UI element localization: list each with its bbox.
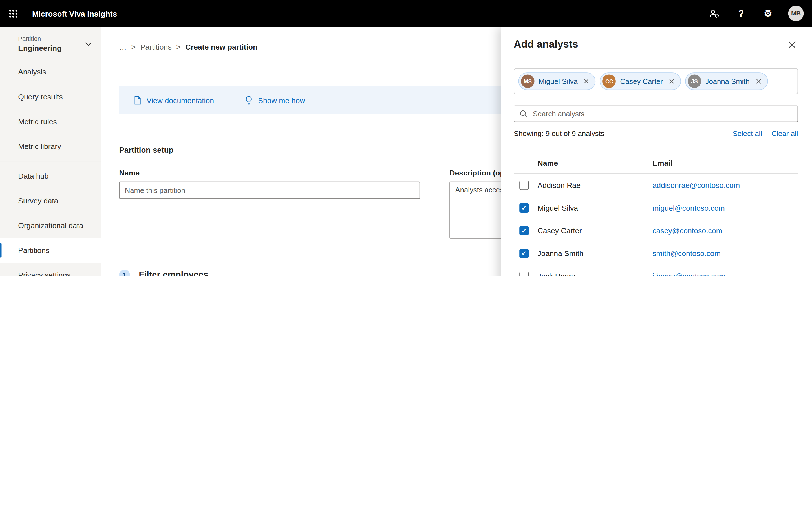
app-launcher-button[interactable] [0, 0, 26, 27]
sidebar-item-query-results[interactable]: Query results [0, 84, 101, 109]
sidebar-item-survey-data[interactable]: Survey data [0, 188, 101, 213]
table-row: Jack Henry j.henry@contoso.com [514, 265, 798, 276]
email-link[interactable]: casey@contoso.com [652, 226, 798, 235]
breadcrumb-separator: > [132, 43, 136, 51]
document-icon [134, 96, 142, 105]
clear-all-link[interactable]: Clear all [771, 129, 798, 137]
help-button[interactable]: ? [734, 7, 748, 20]
email-column-header: Email [652, 159, 798, 167]
account-avatar[interactable]: MB [788, 6, 804, 21]
table-row: Casey Carter casey@contoso.com [514, 219, 798, 242]
analysts-table: Name Email Addison Rae addisonrae@contos… [514, 152, 798, 276]
waffle-icon [8, 9, 17, 18]
name-column-header: Name [538, 159, 653, 167]
sidebar-item-privacy-settings[interactable]: Privacy settings [0, 263, 101, 276]
show-me-how-link[interactable]: Show me how [245, 96, 305, 105]
search-analysts-box [514, 106, 798, 122]
avatar: CC [603, 74, 616, 88]
close-panel-button[interactable] [785, 38, 798, 51]
email-link[interactable]: smith@contoso.com [652, 249, 798, 258]
avatar: MS [521, 74, 535, 88]
topbar-actions: ? ⚙ MB [707, 6, 812, 21]
lightbulb-icon [245, 96, 253, 105]
app-title: Microsoft Viva Insights [32, 9, 117, 18]
analyst-chip: CC Casey Carter [600, 72, 681, 90]
close-icon [788, 41, 796, 48]
chevron-down-icon [85, 42, 92, 46]
step-number-badge: 1 [119, 270, 130, 276]
sidebar-item-partitions[interactable]: Partitions [0, 238, 101, 263]
partition-selector[interactable]: Partition Engineering [0, 27, 101, 60]
viva-insights-app: Microsoft Viva Insights ? ⚙ MB [0, 0, 812, 276]
sidebar-item-data-hub[interactable]: Data hub [0, 163, 101, 188]
showing-count: Showing: 9 out of 9 analysts [514, 129, 605, 137]
checkbox[interactable] [519, 180, 529, 190]
table-row: Miguel Silva miguel@contoso.com [514, 196, 798, 219]
breadcrumb-partitions[interactable]: Partitions [140, 43, 172, 51]
analyst-chip: JS Joanna Smith [685, 72, 768, 90]
avatar: JS [688, 74, 701, 88]
checkbox[interactable] [519, 203, 529, 213]
topbar: Microsoft Viva Insights ? ⚙ MB [0, 0, 812, 27]
close-icon [669, 78, 674, 83]
sidebar-divider [0, 161, 101, 161]
close-icon [584, 78, 589, 83]
sidebar-item-organizational-data[interactable]: Organizational data [0, 213, 101, 238]
settings-button[interactable]: ⚙ [761, 7, 775, 20]
partition-selector-value: Engineering [18, 44, 61, 52]
partition-name-input[interactable] [119, 182, 420, 199]
breadcrumb-separator: > [176, 43, 181, 51]
close-icon [756, 78, 761, 83]
help-icon: ? [738, 8, 744, 19]
partition-selector-label: Partition [18, 35, 61, 43]
add-analysts-panel: Add analysts MS Miguel Silva CC Casey Ca [501, 27, 812, 276]
sidebar: Partition Engineering Analysis Query res… [0, 27, 101, 276]
sidebar-item-metric-library[interactable]: Metric library [0, 134, 101, 159]
people-settings-button[interactable] [707, 7, 721, 20]
search-analysts-input[interactable] [532, 109, 792, 119]
table-row: Joanna Smith smith@contoso.com [514, 242, 798, 265]
name-label: Name [119, 169, 420, 177]
checkbox[interactable] [519, 249, 529, 258]
table-row: Addison Rae addisonrae@contoso.com [514, 174, 798, 196]
sidebar-item-metric-rules[interactable]: Metric rules [0, 109, 101, 134]
people-settings-icon [709, 8, 720, 19]
sidebar-nav: Analysis Query results Metric rules Metr… [0, 59, 101, 276]
remove-chip-button[interactable] [584, 78, 589, 83]
selected-analysts-chips: MS Miguel Silva CC Casey Carter JS [514, 68, 798, 94]
breadcrumb-ellipsis[interactable]: … [119, 43, 126, 51]
analyst-chip: MS Miguel Silva [518, 72, 596, 90]
results-meta: Showing: 9 out of 9 analysts Select all … [514, 129, 798, 137]
sidebar-item-analysis[interactable]: Analysis [0, 59, 101, 84]
view-documentation-link[interactable]: View documentation [134, 96, 214, 105]
search-icon [519, 110, 527, 118]
panel-title: Add analysts [514, 38, 578, 50]
remove-chip-button[interactable] [756, 78, 761, 83]
gear-icon: ⚙ [764, 8, 772, 19]
email-link[interactable]: miguel@contoso.com [652, 204, 798, 212]
checkbox[interactable] [519, 272, 529, 276]
select-all-link[interactable]: Select all [733, 129, 762, 137]
checkbox[interactable] [519, 226, 529, 235]
panel-header: Add analysts [514, 38, 798, 51]
table-header: Name Email [514, 152, 798, 174]
remove-chip-button[interactable] [669, 78, 674, 83]
breadcrumb-current: Create new partition [185, 43, 257, 51]
email-link[interactable]: addisonrae@contoso.com [652, 181, 798, 189]
email-link[interactable]: j.henry@contoso.com [652, 272, 798, 276]
filter-employees-title: Filter employees [139, 270, 208, 276]
